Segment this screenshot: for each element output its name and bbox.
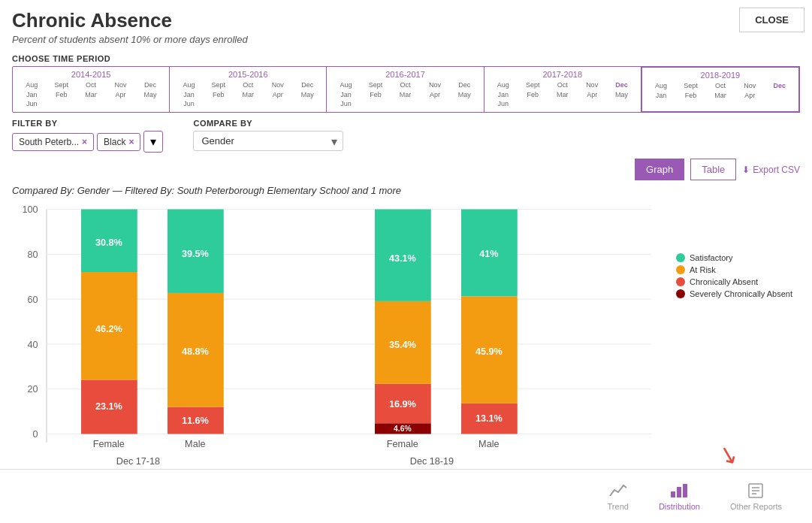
svg-text:43.1%: 43.1% — [389, 253, 416, 264]
chart-section: Compared By: Gender — Filtered By: South… — [12, 185, 800, 480]
month-label: Jun — [174, 100, 203, 109]
svg-text:0: 0 — [32, 429, 38, 440]
month-label — [47, 100, 75, 109]
legend-severely-absent: Severely Chronically Absent — [676, 289, 792, 298]
time-period-year-2017-2018[interactable]: 2017-2018AugSeptOctNovDecJanFebMarAprMay… — [484, 67, 641, 112]
nav-trend-label: Trend — [608, 502, 629, 511]
month-label — [765, 92, 794, 101]
month-label: Apr — [735, 92, 764, 101]
time-period-year-2014-2015[interactable]: 2014-2015AugSeptOctNovDecJanFebMarAprMay… — [13, 67, 170, 112]
month-label — [204, 100, 233, 109]
months-grid: AugSeptOctNovDecJanFebMarAprMayJun — [489, 81, 636, 109]
svg-text:40: 40 — [27, 340, 38, 350]
compare-select-wrapper: Gender Race Grade — [193, 131, 343, 151]
month-label: Sept — [676, 82, 705, 91]
filter-tag-school[interactable]: South Peterb... × — [12, 133, 94, 151]
nav-trend[interactable]: Trend — [608, 482, 629, 511]
time-period-label: CHOOSE TIME PERIOD — [12, 54, 800, 63]
legend-at-risk-label: At Risk — [690, 265, 716, 274]
filter-dropdown-button[interactable]: ▾ — [143, 131, 163, 153]
time-period-year-2016-2017[interactable]: 2016-2017AugSeptOctNovDecJanFebMarAprMay… — [327, 67, 484, 112]
month-label: Feb — [47, 91, 75, 100]
legend-chronically-absent: Chronically Absent — [676, 277, 792, 286]
month-label: Nov — [578, 81, 606, 90]
month-label: Nov — [421, 81, 449, 90]
month-label: Aug — [331, 81, 360, 90]
distribution-icon — [669, 482, 689, 499]
month-label: Mar — [234, 91, 262, 100]
month-label: Jan — [331, 91, 360, 100]
svg-text:Dec 17-18: Dec 17-18 — [116, 456, 160, 467]
page-subtitle: Percent of students absent 10% or more d… — [12, 34, 800, 45]
month-label: Oct — [391, 81, 419, 90]
svg-text:13.1%: 13.1% — [475, 413, 503, 424]
svg-rect-33 — [677, 487, 681, 497]
filter-by-label: FILTER BY — [12, 119, 163, 128]
month-label: May — [136, 91, 165, 100]
svg-text:11.6%: 11.6% — [182, 416, 209, 426]
month-label: Dec — [607, 81, 635, 90]
table-view-button[interactable]: Table — [690, 159, 736, 180]
time-period-year-2018-2019[interactable]: 2018-2019AugSeptOctNovDecJanFebMarApr — [641, 66, 800, 113]
close-button[interactable]: CLOSE — [739, 8, 804, 32]
time-period-year-2015-2016[interactable]: 2015-2016AugSeptOctNovDecJanFebMarAprMay… — [170, 67, 327, 112]
month-label: Feb — [204, 91, 233, 100]
month-label: Feb — [676, 92, 705, 101]
svg-text:23.1%: 23.1% — [95, 401, 122, 412]
months-grid: AugSeptOctNovDecJanFebMarApr — [647, 82, 794, 101]
year-label: 2016-2017 — [331, 70, 478, 79]
svg-rect-34 — [683, 484, 687, 497]
page-title: Chronic Absence — [12, 9, 800, 32]
filter-tag-black-label: Black — [104, 137, 125, 147]
legend-satisfactory-dot — [676, 253, 685, 262]
nav-distribution[interactable]: Distribution — [659, 482, 700, 511]
export-csv-button[interactable]: ⬇ Export CSV — [742, 165, 800, 175]
bottom-navigation: Trend Distribution Other Reports — [0, 469, 812, 523]
month-label: Feb — [361, 91, 390, 100]
svg-text:30.8%: 30.8% — [95, 237, 122, 248]
compare-by-label: COMPARE BY — [193, 119, 343, 128]
month-label: Oct — [234, 81, 262, 90]
graph-view-button[interactable]: Graph — [635, 159, 684, 180]
export-csv-label: Export CSV — [753, 165, 800, 175]
bar-chart-svg: 100 80 60 40 20 0 23.1% 46.2% 30.8% Fema… — [12, 201, 669, 477]
chart-subtitle: Compared By: Gender — Filtered By: South… — [12, 185, 800, 196]
filter-tag-school-remove[interactable]: × — [82, 137, 87, 147]
month-label: Oct — [706, 82, 735, 91]
legend-chronically-absent-dot — [676, 277, 685, 286]
svg-text:Dec 18-19: Dec 18-19 — [410, 456, 454, 467]
month-label: Sept — [518, 81, 547, 90]
year-label: 2015-2016 — [174, 70, 321, 79]
month-label: Jun — [17, 100, 46, 109]
months-grid: AugSeptOctNovDecJanFebMarAprMayJun — [331, 81, 478, 109]
time-period-selector[interactable]: 2014-2015AugSeptOctNovDecJanFebMarAprMay… — [12, 66, 800, 113]
month-label: Apr — [106, 91, 134, 100]
filter-tag-school-label: South Peterb... — [19, 137, 79, 147]
month-label: Mar — [706, 92, 735, 101]
month-label: Dec — [136, 81, 165, 90]
months-grid: AugSeptOctNovDecJanFebMarAprMayJun — [17, 81, 165, 109]
legend-satisfactory-label: Satisfactory — [690, 253, 732, 262]
svg-text:Female: Female — [387, 439, 418, 449]
compare-by-select[interactable]: Gender Race Grade — [193, 131, 343, 151]
month-label: Nov — [264, 81, 292, 90]
legend-severely-absent-label: Severely Chronically Absent — [690, 289, 792, 298]
svg-text:39.5%: 39.5% — [182, 249, 209, 259]
year-label: 2018-2019 — [647, 71, 794, 80]
download-icon: ⬇ — [742, 165, 750, 175]
legend-chronically-absent-label: Chronically Absent — [690, 277, 758, 286]
filter-tag-black-remove[interactable]: × — [128, 137, 134, 147]
bar-chart-area: 100 80 60 40 20 0 23.1% 46.2% 30.8% Fema… — [12, 201, 669, 480]
month-label: Apr — [578, 91, 606, 100]
svg-text:35.4%: 35.4% — [389, 340, 416, 350]
month-label: Jan — [647, 92, 675, 101]
svg-text:20: 20 — [27, 384, 38, 395]
filter-tag-black[interactable]: Black × — [97, 133, 140, 151]
filters-row: FILTER BY South Peterb... × Black × ▾ CO… — [12, 119, 800, 153]
filter-tags-container: South Peterb... × Black × ▾ — [12, 131, 163, 153]
month-label: Dec — [293, 81, 321, 90]
chart-container: 100 80 60 40 20 0 23.1% 46.2% 30.8% Fema… — [12, 201, 800, 480]
month-label: Jan — [17, 91, 46, 100]
nav-other-reports[interactable]: Other Reports — [730, 482, 782, 511]
month-label: Jun — [331, 100, 360, 109]
